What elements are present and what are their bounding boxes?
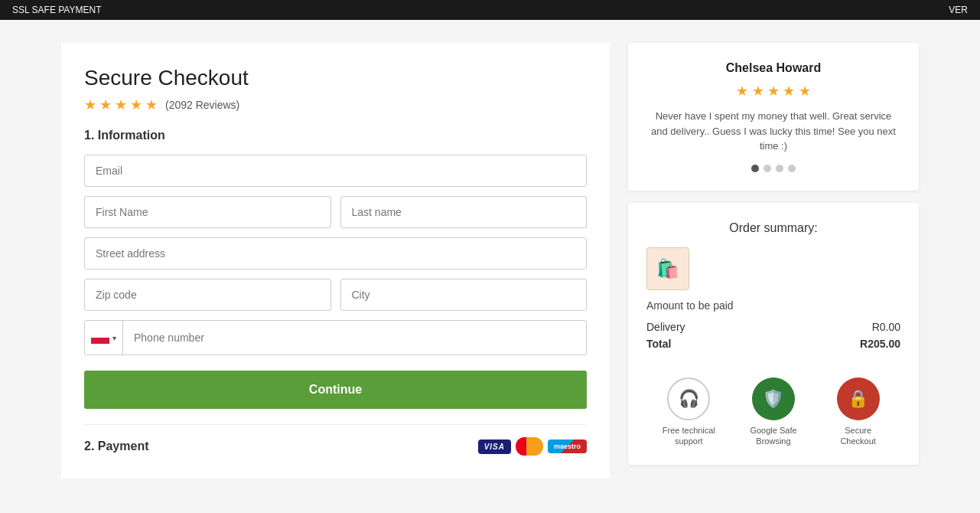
- section-information-title: 1. Information: [84, 129, 587, 142]
- total-row: Total R205.00: [646, 338, 900, 350]
- dot-1[interactable]: [751, 165, 759, 172]
- top-bar: SSL SAFE PAYMENT VER: [0, 0, 980, 20]
- phone-row: ▾: [84, 320, 587, 355]
- visa-card-icon: VISA: [478, 439, 511, 454]
- review-star-5: ★: [799, 83, 811, 99]
- reviews-count: (2092 Reviews): [165, 99, 239, 111]
- trust-gsb: 🛡️ Google Safe Browsing: [743, 377, 804, 447]
- city-input[interactable]: [340, 279, 588, 311]
- phone-input[interactable]: [123, 322, 586, 353]
- last-name-input[interactable]: [340, 196, 588, 228]
- trust-support: 🎧 Free technical support: [658, 377, 719, 447]
- zip-group: [84, 279, 331, 311]
- page-title: Secure Checkout: [84, 66, 587, 90]
- stars-row: ★ ★ ★ ★ ★ (2092 Reviews): [84, 96, 587, 113]
- delivery-row: Delivery R0.00: [646, 321, 900, 333]
- review-star-4: ★: [783, 83, 795, 99]
- email-input[interactable]: [84, 155, 587, 187]
- payment-section-label: 2. Payment: [84, 439, 148, 453]
- review-star-1: ★: [736, 83, 748, 99]
- gsb-label: Google Safe Browsing: [743, 425, 804, 447]
- review-text: Never have I spent my money that well. G…: [646, 109, 900, 154]
- phone-flag-dropdown[interactable]: ▾: [85, 321, 123, 355]
- support-icon: 🎧: [667, 377, 710, 420]
- ssl-label: SSL SAFE PAYMENT: [12, 5, 101, 15]
- reviewer-name: Chelsea Howard: [646, 61, 900, 75]
- delivery-label: Delivery: [646, 321, 685, 333]
- continue-button[interactable]: Continue: [84, 371, 587, 409]
- ver-label: VER: [949, 5, 968, 15]
- phone-group: ▾: [84, 320, 587, 355]
- order-summary-title: Order summary:: [646, 221, 900, 235]
- star-1: ★: [84, 96, 96, 113]
- email-group: [84, 155, 587, 187]
- street-input[interactable]: [84, 237, 587, 270]
- star-5: ★: [145, 96, 158, 113]
- total-value: R205.00: [860, 338, 900, 350]
- name-row: [84, 196, 587, 228]
- total-label: Total: [646, 338, 671, 350]
- dot-3[interactable]: [776, 165, 783, 172]
- secure-checkout-icon: 🔒: [837, 377, 880, 420]
- dropdown-arrow-icon: ▾: [112, 334, 116, 342]
- first-name-input[interactable]: [84, 196, 331, 228]
- mastercard-icon: [516, 437, 543, 456]
- star-4: ★: [130, 96, 142, 113]
- google-safe-browsing-icon: 🛡️: [752, 377, 795, 420]
- dot-4[interactable]: [788, 165, 796, 172]
- payment-section: 2. Payment VISA maestro: [84, 424, 587, 456]
- review-star-2: ★: [752, 83, 764, 99]
- last-name-group: [340, 196, 588, 228]
- review-stars: ★ ★ ★ ★ ★: [646, 83, 900, 100]
- right-column: Chelsea Howard ★ ★ ★ ★ ★ Never have I sp…: [628, 43, 919, 479]
- city-group: [340, 279, 588, 311]
- street-group: [84, 237, 587, 270]
- secure-label: Secure Checkout: [828, 425, 889, 447]
- trust-secure: 🔒 Secure Checkout: [828, 377, 889, 447]
- payment-cards: VISA maestro: [478, 437, 587, 456]
- order-summary-card: Order summary: 🛍️ Amount to be paid Deli…: [628, 203, 919, 466]
- support-label: Free technical support: [658, 425, 719, 447]
- star-3: ★: [115, 96, 127, 113]
- dot-2[interactable]: [763, 165, 771, 172]
- product-image: 🛍️: [646, 247, 689, 290]
- delivery-value: R0.00: [872, 321, 900, 333]
- poland-flag: [91, 332, 109, 344]
- trust-icons-row: 🎧 Free technical support 🛡️ Google Safe …: [646, 365, 900, 447]
- star-2: ★: [99, 96, 112, 113]
- review-card: Chelsea Howard ★ ★ ★ ★ ★ Never have I sp…: [628, 43, 919, 191]
- zip-input[interactable]: [84, 279, 331, 311]
- carousel-dots: [646, 165, 900, 172]
- first-name-group: [84, 196, 331, 228]
- maestro-card-icon: maestro: [548, 439, 587, 453]
- review-star-3: ★: [767, 83, 780, 99]
- amount-label: Amount to be paid: [646, 299, 900, 312]
- zip-city-row: [84, 279, 587, 311]
